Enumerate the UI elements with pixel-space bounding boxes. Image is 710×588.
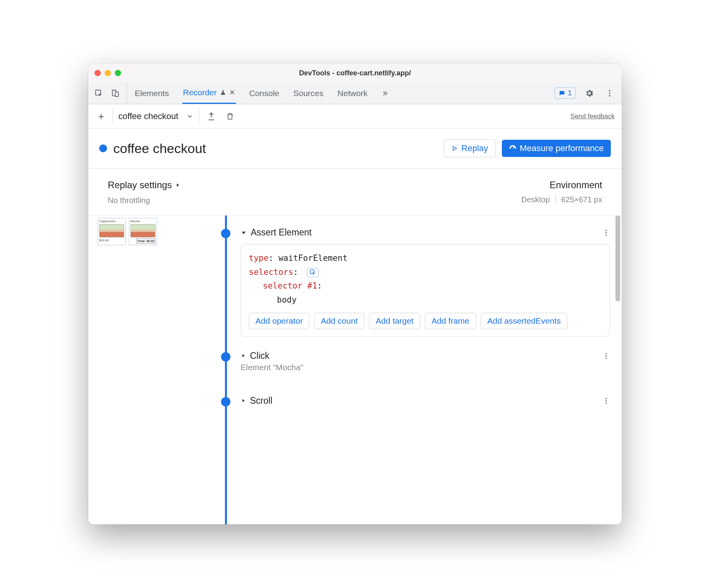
add-count-button[interactable]: Add count	[314, 313, 364, 329]
step-subtitle: Element "Mocha"	[241, 363, 622, 372]
step-assert-element: Assert Element type: waitForElement sele…	[186, 227, 622, 337]
svg-point-6	[605, 230, 607, 231]
issues-badge[interactable]: 1	[555, 87, 576, 99]
tab-console[interactable]: Console	[248, 82, 280, 104]
caret-down-icon	[241, 230, 247, 236]
close-window-button[interactable]	[95, 70, 101, 76]
step-dot	[221, 229, 230, 238]
send-feedback-link[interactable]: Send feedback	[571, 112, 615, 120]
caret-right-icon	[241, 398, 246, 403]
svg-point-3	[609, 90, 610, 91]
add-frame-button[interactable]: Add frame	[425, 313, 476, 329]
viewport-dimensions: 625×671 px	[555, 195, 602, 204]
environment-label: Environment	[521, 180, 602, 191]
divider	[199, 109, 199, 123]
recording-name: coffee checkout	[118, 111, 178, 121]
device-type: Desktop	[521, 195, 550, 204]
devtools-window: DevTools - coffee-cart.netlify.app/ Elem…	[88, 64, 622, 524]
caret-right-icon	[241, 353, 246, 358]
add-target-button[interactable]: Add target	[369, 313, 420, 329]
measure-performance-button[interactable]: Measure performance	[502, 140, 611, 157]
export-button[interactable]	[205, 110, 218, 123]
tab-elements[interactable]: Elements	[134, 82, 170, 104]
more-menu-icon[interactable]	[603, 87, 616, 100]
svg-point-4	[609, 93, 610, 94]
step-more-icon[interactable]	[602, 397, 610, 405]
step-dot	[221, 352, 230, 362]
svg-point-8	[605, 234, 607, 235]
titlebar: DevTools - coffee-cart.netlify.app/	[88, 64, 622, 82]
close-tab-icon[interactable]: ✕	[229, 88, 235, 97]
svg-point-13	[605, 398, 607, 399]
divider	[112, 109, 113, 123]
svg-rect-2	[115, 92, 118, 96]
inspect-element-icon[interactable]	[92, 87, 105, 100]
traffic-lights	[95, 70, 121, 76]
tab-sources[interactable]: Sources	[293, 82, 324, 104]
svg-point-11	[605, 355, 607, 356]
step-scroll: Scroll	[186, 396, 622, 406]
add-asserted-events-button[interactable]: Add assertedEvents	[481, 313, 567, 329]
delete-button[interactable]	[223, 110, 237, 123]
svg-point-12	[605, 358, 607, 359]
tab-overflow[interactable]	[381, 82, 390, 104]
timeline-area: Cappuccino $19.00 Mocha Total: $0.00 Ass…	[88, 216, 622, 524]
scrollbar-thumb[interactable]	[615, 216, 620, 301]
window-title: DevTools - coffee-cart.netlify.app/	[88, 69, 622, 77]
replay-button[interactable]: Replay	[444, 139, 495, 157]
svg-point-10	[605, 353, 607, 354]
svg-point-15	[605, 403, 607, 404]
recording-status-dot	[99, 144, 107, 152]
devtools-tabs: Elements Recorder ✕ Console Sources Netw…	[88, 82, 622, 104]
step-more-icon[interactable]	[602, 352, 610, 360]
recorder-toolbar: ＋ coffee checkout Send feedback	[88, 104, 622, 128]
maximize-window-button[interactable]	[115, 70, 121, 76]
device-toolbar-icon[interactable]	[109, 87, 122, 100]
step-more-icon[interactable]	[602, 229, 610, 237]
replay-settings-toggle[interactable]: Replay settings	[108, 180, 180, 191]
thumbnail[interactable]: Mocha Total: $0.00	[129, 218, 157, 245]
thumbnail[interactable]: Cappuccino $19.00	[98, 218, 126, 245]
minimize-window-button[interactable]	[105, 70, 111, 76]
tab-network[interactable]: Network	[337, 82, 368, 104]
step-click: Click Element "Mocha"	[186, 351, 622, 372]
tab-recorder[interactable]: Recorder ✕	[182, 82, 236, 104]
step-header[interactable]: Scroll	[241, 396, 622, 406]
selector-picker-icon[interactable]	[307, 268, 319, 277]
recording-title: coffee checkout	[113, 141, 206, 156]
step-header[interactable]: Assert Element	[241, 227, 622, 238]
chevron-down-icon	[186, 113, 193, 120]
caret-right-icon	[175, 182, 180, 188]
issues-count: 1	[568, 89, 572, 97]
add-operator-button[interactable]: Add operator	[249, 313, 309, 329]
step-header[interactable]: Click	[241, 351, 622, 361]
svg-point-5	[609, 95, 610, 96]
recording-selector[interactable]: coffee checkout	[118, 111, 193, 121]
screenshot-thumbnails: Cappuccino $19.00 Mocha Total: $0.00	[98, 218, 157, 245]
settings-row: Replay settings No throttling Environmen…	[88, 169, 622, 216]
recording-header: coffee checkout Replay Measure performan…	[88, 128, 622, 169]
new-recording-button[interactable]: ＋	[95, 109, 107, 123]
step-dot	[221, 397, 230, 406]
throttling-value: No throttling	[108, 196, 180, 205]
svg-point-7	[605, 232, 607, 233]
experiment-icon	[220, 89, 226, 96]
step-details: type: waitForElement selectors: selector…	[241, 244, 610, 337]
settings-gear-icon[interactable]	[583, 87, 596, 100]
svg-point-14	[605, 400, 607, 401]
